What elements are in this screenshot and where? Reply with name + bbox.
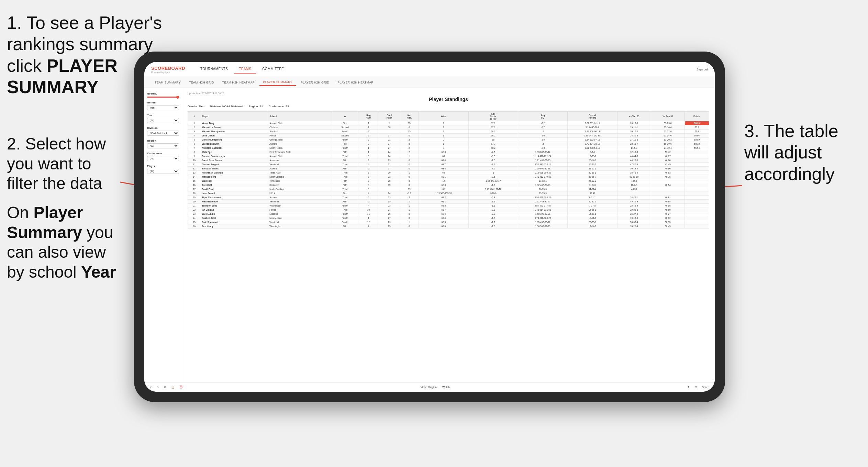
cell-school: Washington	[268, 204, 332, 208]
cell-avg-sg: 1.56 562-82-23	[518, 224, 567, 229]
cell-no-rds: 0	[400, 212, 419, 216]
cell-adj-score: -1.2	[468, 200, 518, 204]
region-select[interactable]: N/A	[147, 143, 179, 148]
nav-teams[interactable]: TEAMS	[234, 65, 256, 74]
paste-btn[interactable]: 📋	[170, 385, 176, 389]
clock-btn[interactable]: ⏰	[178, 385, 184, 389]
cell-name: Maxwell Ford	[201, 175, 268, 179]
cell-vs-top25: 19-11-1	[617, 125, 651, 130]
year-select[interactable]: (All)	[147, 118, 179, 123]
cell-vs-top50	[651, 191, 685, 196]
cell-overall-record: 7-17-5	[568, 204, 617, 208]
subnav-team-h2h-grid[interactable]: TEAM H2H GRID	[186, 79, 218, 86]
cell-school: Arizona	[268, 196, 332, 200]
player-select[interactable]: (All)	[147, 169, 179, 174]
cell-rank: 21	[188, 204, 201, 208]
cell-conf-rank: 24	[379, 191, 400, 196]
cell-name: Luke Powell	[201, 191, 268, 196]
cell-adj-score: -0.5	[468, 154, 518, 158]
nav-tournaments[interactable]: TOURNAMENTS	[196, 65, 233, 74]
col-adj-score: Adj.Scoreto Par	[468, 112, 518, 121]
table-row: 10 Jacob Skov Olesen Arkansas Fifth 3 23…	[188, 158, 709, 163]
rds-slider-track[interactable]	[147, 97, 179, 98]
col-conf-rank: ConfRank	[379, 112, 400, 121]
conference-label: Conference	[147, 152, 179, 155]
subnav-player-h2h-heatmap[interactable]: PLAYER H2H HEATMAP	[334, 79, 377, 86]
nav-right: Sign out	[697, 68, 708, 71]
undo-btn[interactable]: ↩	[148, 385, 154, 389]
cell-reg-rank: 3	[358, 154, 379, 158]
cell-overall-record: 8-6-1	[568, 150, 617, 154]
cell-yr: Fifth	[332, 183, 358, 187]
cell-points	[685, 204, 709, 208]
cell-no-rds: 1	[400, 154, 419, 158]
cell-name: Gordon Sargent	[201, 163, 268, 167]
cell-rank: 13	[188, 171, 201, 175]
table-row: 21 Taehoon Song Washington Fourth 4 23 1…	[188, 204, 709, 208]
cell-conf-rank: 23	[379, 196, 400, 200]
cell-points	[685, 208, 709, 212]
cell-avg-sg: -2.7	[518, 125, 567, 130]
cell-reg-rank: 9	[358, 187, 379, 191]
cell-no-rds: 1	[400, 171, 419, 175]
cell-avg-sg: -2.5	[518, 138, 567, 142]
cell-school: Arkansas	[268, 158, 332, 163]
copy-btn[interactable]: ⧉	[163, 385, 168, 390]
gender-select[interactable]: Men	[147, 105, 179, 110]
cell-vs-top50: 35-16-4	[651, 125, 685, 130]
cell-points	[685, 167, 709, 171]
cell-vs-top25: 26-27-2	[617, 212, 651, 216]
cell-points	[685, 171, 709, 175]
sign-out-btn[interactable]: Sign out	[697, 68, 708, 71]
subnav-player-summary[interactable]: PLAYER SUMMARY	[259, 79, 296, 86]
rds-slider-thumb[interactable]	[176, 96, 179, 99]
cell-adj-score: -2.3	[468, 212, 518, 216]
table-row: 1 Wenyi Ding Arizona State First 1 1 15 …	[188, 121, 709, 125]
cell-avg-sg: -2.3	[518, 146, 567, 150]
watch-btn[interactable]: Watch	[441, 385, 451, 389]
cell-adj-score: -1	[468, 171, 518, 175]
cell-school: Kentucky	[268, 183, 332, 187]
instruction-2: 2. Select how you want to filter the dat…	[7, 134, 117, 193]
subnav-team-h2h-heatmap[interactable]: TEAM H2H HEATMAP	[219, 79, 258, 86]
cell-school: New Mexico	[268, 216, 332, 220]
cell-wins: 68.4	[419, 158, 468, 163]
cell-points	[685, 220, 709, 224]
redo-btn[interactable]: ↪	[156, 385, 161, 389]
table-row: 12 Brendan Valdes Auburn Fifth 5 27 0 68…	[188, 167, 709, 171]
view-btn[interactable]: View: Original	[419, 385, 439, 389]
region-label: Region	[147, 139, 179, 142]
cell-adj-score: -1.3	[468, 204, 518, 208]
bottom-toolbar: ↩ ↪ ⧉ 📋 ⏰ View: Original Watch ⬆ ⊞ Share	[144, 382, 715, 392]
cell-vs-top50: 40.83	[651, 171, 685, 175]
division-select[interactable]: NCAA Division I	[147, 131, 179, 136]
cell-avg-sg: 0.74 616-168-22	[518, 216, 567, 220]
bottom-pre: On	[7, 203, 33, 222]
cell-no-rds: 1	[400, 204, 419, 208]
cell-overall-record: 8-21-1	[568, 196, 617, 200]
subnav-team-summary[interactable]: TEAM SUMMARY	[151, 79, 184, 86]
export-btn[interactable]: ⬆	[686, 385, 691, 389]
cell-yr: Second	[332, 134, 358, 138]
logo-text: SCOREBOARD	[151, 66, 185, 71]
cell-vs-top50: 40.02	[651, 216, 685, 220]
cell-vs-top25: 28-12-7	[617, 142, 651, 146]
cell-school: Auburn	[268, 167, 332, 171]
cell-avg-sg: -1.6	[518, 134, 567, 138]
grid-btn[interactable]: ⊞	[693, 385, 699, 389]
share-btn[interactable]: Share	[701, 385, 711, 389]
table-row: 20 Matthew Riedel Vanderbilt Fifth 5 65 …	[188, 200, 709, 204]
cell-name: Alex Goff	[201, 183, 268, 187]
conference-select[interactable]: (All)	[147, 156, 179, 161]
gender-filter: Gender Men	[147, 101, 179, 110]
cell-vs-top25: 27-10-2	[617, 138, 651, 142]
table-row: 19 Tiger Christensen Arizona Third 5 23 …	[188, 196, 709, 200]
subnav-player-h2h-grid[interactable]: PLAYER H2H GRID	[297, 79, 333, 86]
cell-wins: 1	[419, 142, 468, 146]
cell-points: 76.2	[685, 125, 709, 130]
rds-slider-fill	[147, 97, 179, 98]
nav-committee[interactable]: COMMITTEE	[257, 65, 289, 74]
cell-vs-top50: 23-22-0	[651, 130, 685, 134]
tablet-screen: SCOREBOARD Powered by dippi TOURNAMENTS …	[144, 62, 715, 392]
logo-area: SCOREBOARD Powered by dippi	[151, 65, 185, 74]
